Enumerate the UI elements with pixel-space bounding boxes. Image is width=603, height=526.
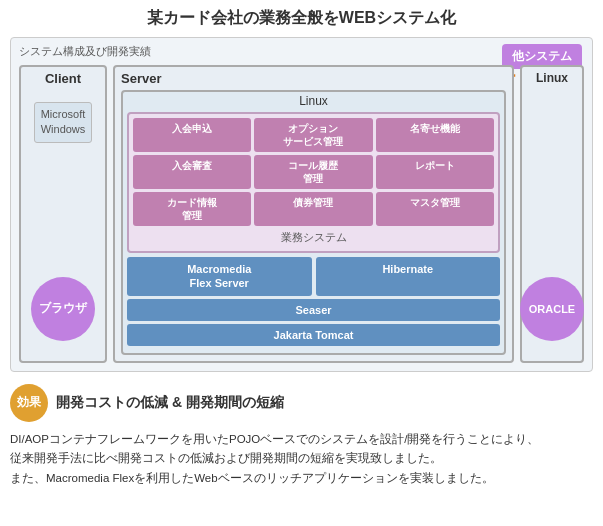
server-label: Server (121, 71, 506, 86)
oracle-bubble: ORACLE (520, 277, 584, 341)
biz-cell-saiken: 債券管理 (254, 192, 372, 226)
jakarta-row: Jakarta Tomcat (127, 324, 500, 346)
server-box: Server Linux 入会申込 オプションサービス管理 名寄せ機能 入会審査… (113, 65, 514, 363)
seaser-cell: Seaser (127, 299, 500, 321)
client-box: Client MicrosoftWindows ブラウザ (19, 65, 107, 363)
biz-cell-call: コール履歴管理 (254, 155, 372, 189)
seaser-row: Seaser (127, 299, 500, 321)
diagram-row: Client MicrosoftWindows ブラウザ Server Linu… (19, 65, 584, 363)
client-label: Client (45, 71, 81, 86)
linux-right-label: Linux (536, 71, 568, 85)
biz-cell-nyukai: 入会申込 (133, 118, 251, 152)
effect-badge: 効果 (10, 384, 48, 422)
biz-cell-card: カード情報管理 (133, 192, 251, 226)
flex-hibernate-row: MacromediaFlex Server Hibernate (127, 257, 500, 296)
hibernate-cell: Hibernate (316, 257, 501, 296)
linux-box: Linux 入会申込 オプションサービス管理 名寄せ機能 入会審査 コール履歴管… (121, 90, 506, 355)
page-wrapper: 某カード会社の業務全般をWEBシステム化 システム構成及び開発実績 他システム … (0, 0, 603, 500)
description-text: DI/AOPコンテナフレームワークを用いたPOJOベースでのシステムを設計/開発… (10, 430, 593, 489)
jakarta-cell: Jakarta Tomcat (127, 324, 500, 346)
page-title: 某カード会社の業務全般をWEBシステム化 (10, 8, 593, 29)
linux-right-box: Linux ORACLE (520, 65, 584, 363)
diagram-container: システム構成及び開発実績 他システム Client MicrosoftWindo… (10, 37, 593, 372)
biz-cell-master: マスタ管理 (376, 192, 494, 226)
linux-label: Linux (127, 94, 500, 108)
biz-system-box: 入会申込 オプションサービス管理 名寄せ機能 入会審査 コール履歴管理 レポート… (127, 112, 500, 253)
browser-bubble: ブラウザ (31, 277, 95, 341)
biz-cell-shinsa: 入会審査 (133, 155, 251, 189)
flex-server-cell: MacromediaFlex Server (127, 257, 312, 296)
effect-section: 効果 開発コストの低減 & 開発期間の短縮 (10, 384, 593, 422)
biz-grid: 入会申込 オプションサービス管理 名寄せ機能 入会審査 コール履歴管理 レポート… (133, 118, 494, 226)
biz-cell-report: レポート (376, 155, 494, 189)
biz-cell-nayose: 名寄せ機能 (376, 118, 494, 152)
windows-label: MicrosoftWindows (34, 102, 93, 143)
biz-system-label: 業務システム (133, 230, 494, 245)
diagram-header: システム構成及び開発実績 (19, 44, 584, 59)
biz-cell-option: オプションサービス管理 (254, 118, 372, 152)
effect-text: 開発コストの低減 & 開発期間の短縮 (56, 394, 284, 412)
